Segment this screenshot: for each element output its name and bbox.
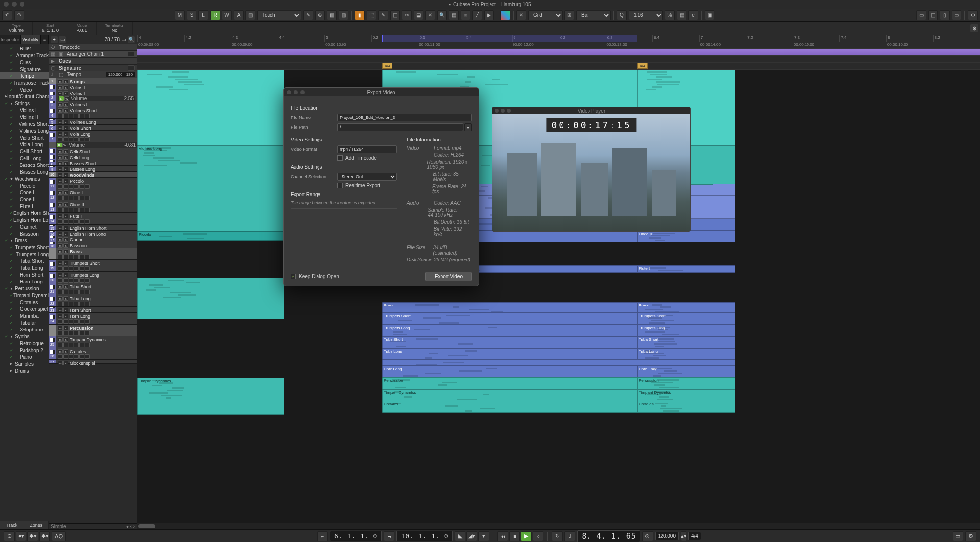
- track-row[interactable]: 25msTimpani Dynamics: [49, 336, 137, 348]
- clip[interactable]: [137, 70, 284, 145]
- tree-row[interactable]: ✓Tubular: [0, 319, 49, 326]
- rewind-button[interactable]: ⏮: [497, 531, 508, 541]
- keep-open-checkbox[interactable]: ✓Keep Dialog Open: [291, 274, 339, 279]
- left-locator-icon[interactable]: ⌐: [317, 531, 328, 541]
- tree-row[interactable]: ✓Oboe I: [0, 189, 49, 196]
- tree-row[interactable]: ✓Glockenspiel: [0, 306, 49, 312]
- track-row[interactable]: 10msWoodwinds: [49, 172, 137, 178]
- tree-row[interactable]: ✓Oboe II: [0, 196, 49, 203]
- signature-track[interactable]: ▢Signature: [49, 65, 137, 71]
- zone-btn-1[interactable]: ▭: [916, 10, 926, 20]
- clip[interactable]: Oboe II: [637, 231, 713, 242]
- channel-select[interactable]: Stereo Out: [337, 173, 397, 181]
- main-position[interactable]: 8. 4. 1. 65: [577, 530, 640, 542]
- clip[interactable]: Violines Long: [137, 145, 284, 231]
- clip[interactable]: Timpani Dynamics: [137, 378, 284, 415]
- track-settings[interactable]: ▭: [122, 37, 126, 42]
- zone-btn-2[interactable]: ◫: [928, 10, 938, 20]
- zone-btn-4[interactable]: ▭: [952, 10, 961, 20]
- glue-tool[interactable]: ⬓: [414, 10, 423, 20]
- precount-button[interactable]: ✱▾: [39, 531, 50, 541]
- snap-mode-select[interactable]: Grid: [528, 10, 563, 20]
- cues-track[interactable]: ▶Cues: [49, 58, 137, 65]
- left-locator[interactable]: 6. 1. 1. 0: [330, 531, 382, 541]
- file-path-input[interactable]: [337, 123, 463, 131]
- tree-row[interactable]: ✓Video: [0, 86, 49, 93]
- video-player-window[interactable]: Video Player 00:00:17:15: [492, 107, 691, 232]
- time-format-button[interactable]: ⏲: [642, 531, 653, 541]
- track-row[interactable]: msBrass: [49, 248, 137, 260]
- range-tool[interactable]: ⬚: [367, 10, 376, 20]
- clip[interactable]: Tuba Long: [637, 348, 713, 360]
- warp-tool[interactable]: ≋: [461, 10, 470, 20]
- transport-zone[interactable]: ▭: [953, 531, 963, 541]
- zone-btn-3[interactable]: ▯: [940, 10, 950, 20]
- track-row[interactable]: 9msBasses Long: [49, 166, 137, 172]
- tree-row[interactable]: ✓Tempo: [0, 72, 49, 79]
- tree-row[interactable]: ✓Viola Long: [0, 141, 49, 148]
- clip[interactable]: Trumpets Short: [637, 313, 713, 325]
- track-row[interactable]: 8msBasses Short: [49, 160, 137, 166]
- q-tool-4[interactable]: ▣: [705, 10, 714, 20]
- file-name-input[interactable]: [337, 114, 472, 121]
- listen-button[interactable]: L: [198, 10, 208, 20]
- tree-row[interactable]: ✓Bassoon: [0, 230, 49, 237]
- track-row[interactable]: 5msViolines Long: [49, 119, 137, 125]
- constrain-button[interactable]: ⊙: [4, 531, 15, 541]
- track-row[interactable]: 27msGlockenspiel: [49, 360, 137, 364]
- tree-row[interactable]: ✓Crotales: [0, 299, 49, 306]
- stop-button[interactable]: ■: [509, 531, 520, 541]
- clip[interactable]: [382, 360, 735, 366]
- ruler-signature[interactable]: 4/4 4/4: [137, 63, 980, 70]
- tempo-nudge[interactable]: ▴▾: [681, 531, 686, 541]
- clip[interactable]: Timpani Dynamics: [637, 389, 713, 401]
- path-dropdown[interactable]: ▾: [464, 123, 472, 131]
- punch-in[interactable]: ◣: [455, 531, 466, 541]
- tree-row[interactable]: ✓Viola Short: [0, 134, 49, 141]
- track-row[interactable]: msCelli Long: [49, 154, 137, 160]
- transport-setup[interactable]: ⚙: [965, 531, 976, 541]
- track-row[interactable]: msPercussion: [49, 325, 137, 336]
- tree-row[interactable]: ✓Violins II: [0, 114, 49, 120]
- arranger-track[interactable]: ▦▣Arranger Chain 1: [49, 51, 137, 58]
- export-video-button[interactable]: Export Video: [425, 272, 472, 281]
- tree-row[interactable]: ✓Tuba Short: [0, 258, 49, 264]
- clip[interactable]: Tuba Short: [637, 336, 713, 348]
- track-row[interactable]: msCelli Short: [49, 148, 137, 154]
- q-tool-3[interactable]: e: [688, 10, 698, 20]
- grid-icon[interactable]: ⊞: [564, 10, 574, 20]
- zoom-tool[interactable]: 🔍: [437, 10, 447, 20]
- tree-row[interactable]: ✓Horn Long: [0, 278, 49, 285]
- record-button[interactable]: ○: [533, 531, 543, 541]
- tree-row[interactable]: ✓Basses Short: [0, 162, 49, 168]
- tool-3[interactable]: ▧: [327, 10, 337, 20]
- color-tool[interactable]: [500, 10, 510, 20]
- clip[interactable]: Percussion: [637, 377, 713, 389]
- tree-row[interactable]: ✓Signature: [0, 66, 49, 72]
- track-row[interactable]: 4msViolines Short: [49, 107, 137, 119]
- marker-button[interactable]: ♩: [564, 531, 575, 541]
- pointer-tool[interactable]: ▮: [355, 10, 365, 20]
- clip[interactable]: Trumpets Long: [637, 325, 713, 336]
- track-row[interactable]: 3msViolines II: [49, 101, 137, 107]
- mute-all-button[interactable]: M: [175, 10, 185, 20]
- automation-icon[interactable]: ▧: [245, 10, 255, 20]
- aq-button[interactable]: AQ: [52, 531, 66, 541]
- bottom-tab-track[interactable]: Track: [0, 521, 24, 529]
- timecode-track[interactable]: ⏱Timecode: [49, 44, 137, 51]
- solo-all-button[interactable]: S: [187, 10, 196, 20]
- tree-row[interactable]: ▶Drums: [0, 367, 49, 374]
- track-row[interactable]: 18msBassoon: [49, 242, 137, 248]
- tree-row[interactable]: ✓Timpani Dynamics: [0, 292, 49, 299]
- track-row[interactable]: 20msTrumpets Long: [49, 272, 137, 283]
- tree-row[interactable]: ✓Xylophone: [0, 326, 49, 333]
- cycle-button[interactable]: ↻: [552, 531, 563, 541]
- sig-marker-1[interactable]: 4/4: [382, 63, 392, 69]
- track-row[interactable]: 6msViola Short: [49, 125, 137, 131]
- tool-2[interactable]: ⊕: [315, 10, 325, 20]
- snap-button[interactable]: ✕: [516, 10, 526, 20]
- tool-1[interactable]: ✎: [303, 10, 313, 20]
- clip[interactable]: Piccolo: [137, 231, 284, 241]
- tree-row[interactable]: ✓English Horn Short: [0, 210, 49, 216]
- quantize-btn[interactable]: Q: [617, 10, 627, 20]
